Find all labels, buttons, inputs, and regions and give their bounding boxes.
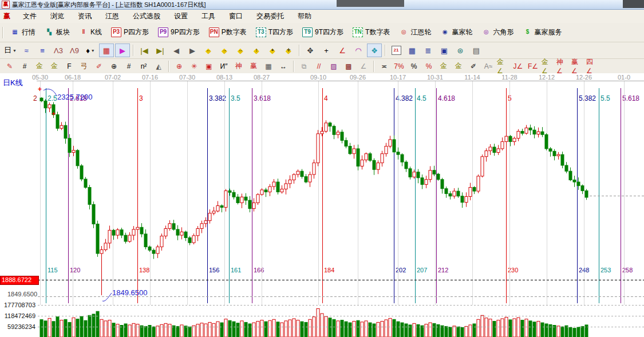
next-bar-button[interactable]: ▶ (185, 43, 200, 57)
win-angle-button[interactable]: 赢∠ (571, 60, 584, 72)
zoom-in-diamond-button[interactable]: ◆+ (265, 43, 280, 57)
calculator-button[interactable]: ▦ (405, 43, 420, 57)
angle-line-button[interactable]: ∠ (357, 60, 370, 72)
menu-settings[interactable]: 设置 (167, 10, 195, 23)
toolbar-grip (2, 27, 3, 38)
t-number-table-button[interactable]: TNT数字表 (348, 25, 394, 40)
pen-tool-button[interactable]: ✎ (3, 60, 17, 72)
wave-tool-button[interactable]: ≈ (19, 43, 34, 57)
menu-file[interactable]: 文件 (16, 10, 44, 23)
fan-lines-button[interactable]: // (312, 60, 326, 72)
circle-grid-button[interactable]: ⊕ (107, 60, 121, 72)
menu-gann[interactable]: 江恩 (98, 10, 126, 23)
zoom-h-diamond-button[interactable]: ◆↔ (233, 43, 248, 57)
pan-hand-button[interactable]: ✥ (303, 43, 318, 57)
wave3-tool-button[interactable]: Λ3 (51, 43, 66, 57)
save-button[interactable]: ▣ (437, 43, 452, 57)
wave9-tool-button[interactable]: Λ9 (67, 43, 82, 57)
kline-button[interactable]: ‖K线 (74, 25, 106, 40)
gold-grid-button[interactable]: 金 (33, 60, 46, 72)
crosshair-button[interactable]: + (319, 43, 334, 57)
title-bar[interactable]: 赢 赢家江恩专业版[赢家内部服务平台] - [上证指数 SH1A0001-167… (0, 0, 644, 10)
quotes-button[interactable]: ▦行情 (6, 25, 40, 40)
gold-circle-button[interactable]: 金 (437, 60, 451, 72)
gold-angle-button[interactable]: 金∠ (496, 60, 510, 72)
angle-measure-button[interactable]: ∠ (335, 43, 350, 57)
four-angle-button[interactable]: 四∠ (586, 60, 599, 72)
period-day-button[interactable]: 日▼ (3, 43, 18, 57)
grid-tool-button[interactable]: # (18, 60, 31, 72)
zoom-all-diamond-button[interactable]: ◆✛ (281, 43, 296, 57)
p-square-button[interactable]: P3P四方形 (106, 25, 153, 40)
gold-grid2-button[interactable]: 金 (48, 60, 61, 72)
candle-pen-button[interactable]: ✐ (467, 60, 480, 72)
grid2-tool-button[interactable]: # (122, 60, 136, 72)
export-button[interactable]: ⊛ (453, 43, 468, 57)
last-bar-button[interactable]: ▶| (153, 43, 168, 57)
wave-a-button[interactable]: A≈ (481, 60, 495, 72)
menu-trade-order[interactable]: 交易委托 (250, 10, 291, 23)
compass-circle-button[interactable]: ⊕ (172, 60, 186, 72)
winner-wheel-button[interactable]: ◉赢家轮 (436, 25, 477, 40)
first-bar-button[interactable]: |◀ (137, 43, 152, 57)
scale-tool-button[interactable]: ≍ (377, 60, 391, 72)
menu-tools[interactable]: 工具 (195, 10, 222, 23)
shen-angle-button[interactable]: 神∠ (556, 60, 570, 72)
chart-canvas[interactable]: 日K线 1888.6722 1849.6500 2325.7200 1849.6… (0, 73, 644, 337)
protractor-button[interactable]: ◭ (152, 60, 165, 72)
j-angle-button[interactable]: J∠ (511, 60, 525, 72)
winner-service-button[interactable]: $赢家服务 (518, 25, 566, 40)
nine-t-square-button[interactable]: T99T四方形 (298, 25, 348, 40)
menu-browse[interactable]: 浏览 (44, 10, 71, 23)
gann-tools-toolbar: ✎#金金F弓✐⊕#n²◭⊕✳▣И″神赢▦↔⧉//▨▩∠≍7%%%金金✐A≈金∠J… (0, 59, 644, 74)
prev-bar-button[interactable]: ◀ (169, 43, 184, 57)
seven-pct-button[interactable]: 7% (392, 60, 406, 72)
hexagon-button[interactable]: ◎六角形 (477, 25, 518, 40)
square-web-button[interactable]: ▣ (202, 60, 216, 72)
gann-wheel-button[interactable]: ◎江恩轮 (394, 25, 436, 40)
zoom-v-diamond-button[interactable]: ◆↕ (249, 43, 264, 57)
info-clipboard-button[interactable]: ≡ (35, 43, 50, 57)
calendar-button[interactable]: 21 (389, 43, 404, 57)
sectors-button[interactable]: ▚板块 (40, 25, 74, 40)
gold-angle2-button[interactable]: 金∠ (541, 60, 555, 72)
titlebar-artifact (623, 0, 644, 8)
t-square-button[interactable]: T3T四方形 (251, 25, 298, 40)
print-button[interactable]: ▤ (469, 43, 484, 57)
fan-box-button[interactable]: ▨ (327, 60, 341, 72)
pct-button[interactable]: % (407, 60, 421, 72)
nine-p-square-button[interactable]: P99P四方形 (153, 25, 204, 40)
shen-grid-button[interactable]: 神 (232, 60, 246, 72)
f-angle-button[interactable]: F∠ (526, 60, 540, 72)
ruler-grid-button[interactable]: ▦ (262, 60, 275, 72)
gann-wave-tool-button[interactable]: ❖ (367, 43, 382, 57)
menu-window[interactable]: 窗口 (222, 10, 250, 23)
pct-lines-button[interactable]: % (422, 60, 436, 72)
chip-tool-button[interactable]: ▦ (99, 43, 114, 57)
gold-lines-button[interactable]: 金 (452, 60, 465, 72)
hatch-box-button[interactable]: ▩ (342, 60, 355, 72)
candle-style-button[interactable]: ♦▼ (83, 43, 98, 57)
shift-right-diamond-button[interactable]: ◆→ (217, 43, 232, 57)
width-tool-button[interactable]: ↔ (276, 60, 290, 72)
dropdown-arrow-icon[interactable]: ▼ (91, 49, 95, 53)
n-squared-button[interactable]: n² (137, 60, 151, 72)
f-grid-button[interactable]: F (62, 60, 76, 72)
p-number-table-button[interactable]: PNP数字表 (204, 25, 251, 40)
bow-grid-button[interactable]: 弓 (77, 60, 91, 72)
win-grid-button[interactable]: 赢 (247, 60, 260, 72)
shift-left-diamond-button[interactable]: ◆← (201, 43, 216, 57)
pen2-tool-button[interactable]: ✐ (92, 60, 106, 72)
menu-help[interactable]: 帮助 (291, 10, 318, 23)
i-mark-button[interactable]: И″ (217, 60, 231, 72)
notes-button[interactable]: ≣ (421, 43, 436, 57)
menu-news[interactable]: 资讯 (71, 10, 98, 23)
menu-formula-stock-pick[interactable]: 公式选股 (126, 10, 167, 23)
gann-hat-tool-button[interactable]: ◠ (351, 43, 366, 57)
chip-distribution-button[interactable]: ▶ (115, 43, 130, 57)
toolbar-button-label: 板块 (56, 27, 70, 37)
candlestick-plot[interactable] (0, 73, 644, 337)
frame-tool-button[interactable]: ⧉ (297, 60, 311, 72)
star-web-button[interactable]: ✳ (187, 60, 201, 72)
dropdown-arrow-icon[interactable]: ▼ (13, 49, 17, 53)
